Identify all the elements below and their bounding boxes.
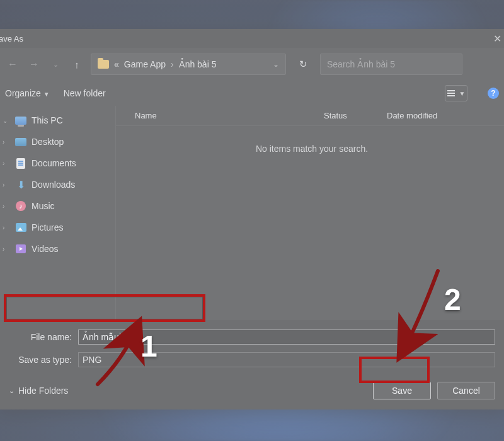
text-caret <box>120 333 120 342</box>
chevron-right-icon: › <box>171 59 174 69</box>
sidebar-label: Pictures <box>32 222 64 232</box>
column-status[interactable]: Status <box>324 111 387 120</box>
type-label: Save as type: <box>9 355 78 365</box>
toolbar: Organize▼ New folder ▼ ? <box>0 81 504 106</box>
chevron-down-icon: ▼ <box>43 91 50 98</box>
new-folder-button[interactable]: New folder <box>64 88 106 98</box>
download-icon: ⬇ <box>15 179 26 190</box>
sidebar: ⌄ This PC › Desktop › Documents › ⬇ Down… <box>0 106 116 320</box>
video-icon <box>16 244 26 253</box>
expand-chevron-icon[interactable]: › <box>3 224 10 231</box>
help-icon[interactable]: ? <box>488 88 499 99</box>
nav-back-button[interactable]: ← <box>5 54 20 74</box>
refresh-button[interactable]: ↻ <box>292 54 314 75</box>
column-date[interactable]: Date modified <box>387 111 504 120</box>
filename-label: File name: <box>9 332 78 342</box>
expand-chevron-icon[interactable]: › <box>3 160 10 167</box>
titlebar: ave As ✕ <box>0 29 504 48</box>
dialog-title: ave As <box>0 34 23 43</box>
empty-listing-message: No items match your search. <box>116 126 504 171</box>
dialog-footer: File name: Ảnh mẫu Save as type: PNG ⌄ H… <box>0 320 504 410</box>
filename-value: Ảnh mẫu <box>83 332 119 342</box>
address-bar: ← → ⌄ ↑ « Game App › Ảnh bài 5 ⌄ ↻ Searc… <box>0 48 504 81</box>
organize-menu[interactable]: Organize▼ <box>5 88 50 98</box>
nav-recent-chevron-icon[interactable]: ⌄ <box>48 54 63 74</box>
pictures-icon <box>16 223 26 232</box>
chevron-down-icon[interactable]: ⌄ <box>273 60 279 69</box>
breadcrumb-prefix: « <box>114 59 119 69</box>
sidebar-item-videos[interactable]: › Videos <box>0 238 115 260</box>
sidebar-label: Videos <box>32 244 59 254</box>
cancel-button[interactable]: Cancel <box>437 382 495 399</box>
sidebar-item-documents[interactable]: › Documents <box>0 152 115 174</box>
sidebar-label: Desktop <box>32 137 64 147</box>
collapse-chevron-icon[interactable]: ⌄ <box>3 117 10 124</box>
sidebar-item-pictures[interactable]: › Pictures <box>0 217 115 238</box>
column-headers: Name Status Date modified <box>116 106 504 126</box>
list-icon <box>447 90 455 96</box>
sidebar-item-desktop[interactable]: › Desktop <box>0 131 115 152</box>
document-icon <box>16 158 25 169</box>
column-name[interactable]: Name <box>135 111 324 120</box>
sidebar-item-this-pc[interactable]: ⌄ This PC <box>0 110 115 131</box>
view-mode-button[interactable]: ▼ <box>445 85 467 101</box>
type-value: PNG <box>83 355 101 365</box>
breadcrumb[interactable]: « Game App › Ảnh bài 5 ⌄ <box>91 54 286 75</box>
search-input[interactable]: Search Ảnh bài 5 <box>320 54 462 75</box>
pc-icon <box>15 117 26 125</box>
organize-label: Organize <box>5 88 41 98</box>
expand-chevron-icon[interactable]: › <box>3 203 10 210</box>
nav-up-button[interactable]: ↑ <box>69 54 84 74</box>
file-listing: Name Status Date modified No items match… <box>116 106 504 320</box>
expand-chevron-icon[interactable]: › <box>3 139 10 146</box>
sidebar-label: Documents <box>32 158 76 168</box>
breadcrumb-seg-1[interactable]: Game App <box>124 59 166 69</box>
expand-chevron-icon[interactable]: › <box>3 246 10 253</box>
search-placeholder: Search Ảnh bài 5 <box>327 59 395 69</box>
music-icon: ♪ <box>16 201 26 211</box>
chevron-down-icon: ▼ <box>459 90 466 97</box>
filename-input[interactable]: Ảnh mẫu <box>78 329 495 345</box>
hide-folders-toggle[interactable]: ⌄ Hide Folders <box>9 386 68 396</box>
close-icon[interactable]: ✕ <box>493 33 501 45</box>
chevron-down-icon: ⌄ <box>9 387 14 395</box>
breadcrumb-seg-2[interactable]: Ảnh bài 5 <box>179 59 217 69</box>
hide-folders-label: Hide Folders <box>18 386 68 396</box>
expand-chevron-icon[interactable]: › <box>3 181 10 188</box>
dialog-body: ⌄ This PC › Desktop › Documents › ⬇ Down… <box>0 106 504 320</box>
desktop-icon <box>15 138 26 146</box>
sidebar-label: Downloads <box>32 180 75 190</box>
save-button[interactable]: Save <box>373 382 431 399</box>
sidebar-label: This PC <box>32 115 63 125</box>
sidebar-item-downloads[interactable]: › ⬇ Downloads <box>0 174 115 195</box>
sidebar-item-music[interactable]: › ♪ Music <box>0 195 115 217</box>
save-as-dialog: ave As ✕ ← → ⌄ ↑ « Game App › Ảnh bài 5 … <box>0 29 504 410</box>
folder-icon <box>98 60 109 69</box>
sidebar-label: Music <box>32 201 55 211</box>
save-as-type-select[interactable]: PNG <box>78 352 495 367</box>
nav-forward-button[interactable]: → <box>26 54 42 74</box>
